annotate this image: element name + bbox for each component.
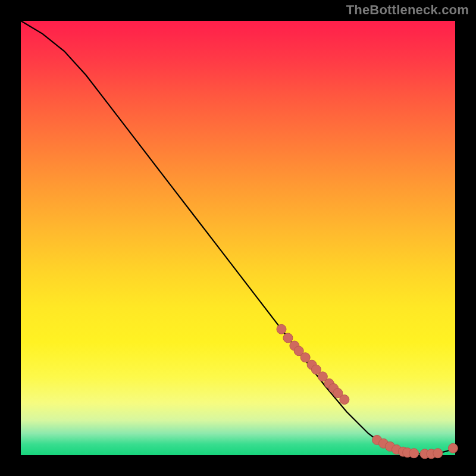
plot-area (21, 21, 455, 455)
data-marker (283, 333, 293, 343)
chart-frame: TheBottleneck.com (0, 0, 476, 476)
chart-svg (21, 21, 455, 455)
data-marker (448, 443, 458, 453)
data-markers (277, 324, 458, 459)
data-marker (409, 449, 419, 458)
data-marker (277, 324, 286, 334)
data-marker (340, 395, 349, 405)
watermark-text: TheBottleneck.com (346, 2, 469, 18)
data-marker (433, 449, 443, 458)
curve-line (21, 21, 455, 454)
data-marker (300, 353, 310, 362)
